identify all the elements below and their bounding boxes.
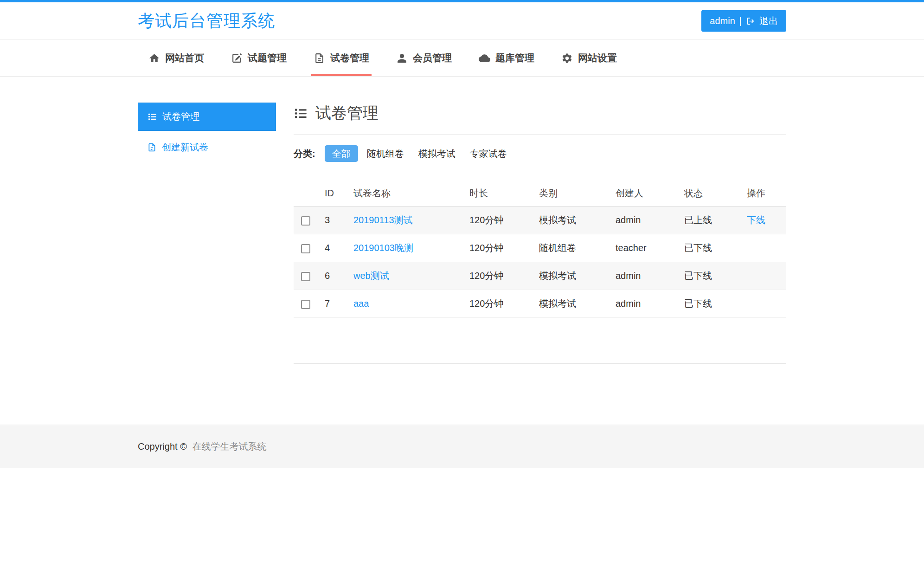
paper-name-link[interactable]: 20190103晚测 (353, 243, 413, 253)
col-header: 时长 (464, 181, 533, 207)
content: 试卷管理 分类: 全部随机组卷模拟考试专家试卷 ID试卷名称时长类别创建人状态操… (294, 103, 786, 364)
cell-checkbox (294, 207, 319, 234)
main-area: 试卷管理创建新试卷 试卷管理 分类: 全部随机组卷模拟考试专家试卷 ID试卷名称… (138, 77, 786, 425)
list-icon (294, 106, 308, 121)
cell-status: 已下线 (679, 234, 741, 262)
cell-action (741, 262, 786, 290)
filter-row: 分类: 全部随机组卷模拟考试专家试卷 (294, 148, 786, 160)
header: 考试后台管理系统 admin | 退出 (0, 2, 924, 39)
col-header: 类别 (533, 181, 610, 207)
sidebar-item-create-paper[interactable]: 创建新试卷 (138, 134, 276, 161)
nav-items: 网站首页试题管理试卷管理会员管理题库管理网站设置 (138, 40, 786, 76)
offline-action-link[interactable]: 下线 (747, 215, 765, 225)
separator: | (739, 16, 742, 26)
cell-id: 3 (319, 207, 348, 234)
sidebar: 试卷管理创建新试卷 (138, 103, 276, 161)
nav-item-site-settings[interactable]: 网站设置 (559, 40, 619, 76)
paper-name-link[interactable]: aaa (353, 298, 369, 309)
nav-item-papers[interactable]: 试卷管理 (311, 40, 372, 76)
page-title: 试卷管理 (294, 103, 786, 124)
sidebar-item-label: 创建新试卷 (162, 141, 208, 154)
cloud-icon (479, 52, 490, 64)
site-name: 在线学生考试系统 (192, 441, 266, 452)
table-body: 320190113测试120分钟模拟考试admin已上线下线420190103晚… (294, 207, 786, 318)
filter-options: 全部随机组卷模拟考试专家试卷 (325, 148, 516, 160)
username: admin (710, 16, 735, 26)
nav-item-questions[interactable]: 试题管理 (229, 40, 289, 76)
col-header: 试卷名称 (348, 181, 464, 207)
cell-category: 模拟考试 (533, 290, 610, 318)
nav-item-members[interactable]: 会员管理 (394, 40, 454, 76)
cell-duration: 120分钟 (464, 207, 533, 234)
page: 考试后台管理系统 admin | 退出 网站首页试题管理试卷管理会员管理题库管理… (0, 0, 924, 581)
row-checkbox[interactable] (301, 216, 310, 226)
nav-item-label: 题库管理 (495, 52, 534, 65)
divider (294, 134, 786, 135)
gear-icon (561, 52, 573, 64)
filter-option-expert[interactable]: 专家试卷 (464, 145, 513, 162)
filter-option-random[interactable]: 随机组卷 (361, 145, 410, 162)
sidebar-item-papers[interactable]: 试卷管理 (138, 103, 276, 131)
col-header: 状态 (679, 181, 741, 207)
cell-checkbox (294, 234, 319, 262)
home-icon (148, 52, 160, 64)
table-row: 6web测试120分钟模拟考试admin已下线 (294, 262, 786, 290)
cell-action (741, 290, 786, 318)
site-title: 考试后台管理系统 (138, 10, 275, 32)
cell-duration: 120分钟 (464, 234, 533, 262)
new-doc-icon (147, 142, 157, 152)
list-icon (148, 112, 157, 122)
paper-name-link[interactable]: 20190113测试 (353, 215, 413, 225)
cell-checkbox (294, 290, 319, 318)
col-header-checkbox (294, 181, 319, 207)
nav-item-label: 试题管理 (248, 52, 287, 65)
row-checkbox[interactable] (301, 244, 310, 253)
table-row: 7aaa120分钟模拟考试admin已下线 (294, 290, 786, 318)
table-bottom-border (294, 363, 786, 364)
cell-duration: 120分钟 (464, 290, 533, 318)
cell-name: web测试 (348, 262, 464, 290)
cell-action: 下线 (741, 207, 786, 234)
papers-table: ID试卷名称时长类别创建人状态操作 320190113测试120分钟模拟考试ad… (294, 181, 786, 318)
sidebar-item-label: 试卷管理 (162, 110, 199, 123)
filter-option-all[interactable]: 全部 (325, 145, 358, 162)
col-header: ID (319, 181, 348, 207)
cell-duration: 120分钟 (464, 262, 533, 290)
filter-option-mock[interactable]: 模拟考试 (413, 145, 461, 162)
table-head: ID试卷名称时长类别创建人状态操作 (294, 181, 786, 207)
cell-id: 6 (319, 262, 348, 290)
cell-category: 模拟考试 (533, 207, 610, 234)
nav-item-question-bank[interactable]: 题库管理 (476, 40, 537, 76)
row-checkbox[interactable] (301, 300, 310, 309)
cell-status: 已下线 (679, 262, 741, 290)
cell-name: 20190103晚测 (348, 234, 464, 262)
table-row: 420190103晚测120分钟随机组卷teacher已下线 (294, 234, 786, 262)
table-row: 320190113测试120分钟模拟考试admin已上线下线 (294, 207, 786, 234)
col-header: 创建人 (610, 181, 679, 207)
paper-name-link[interactable]: web测试 (353, 271, 389, 281)
nav-item-label: 试卷管理 (330, 52, 369, 65)
nav-item-label: 网站首页 (165, 52, 204, 65)
nav-item-label: 会员管理 (413, 52, 452, 65)
col-header: 操作 (741, 181, 786, 207)
cell-name: 20190113测试 (348, 207, 464, 234)
cell-status: 已下线 (679, 290, 741, 318)
footer: Copyright © 在线学生考试系统 (0, 425, 924, 468)
cell-action (741, 234, 786, 262)
cell-category: 模拟考试 (533, 262, 610, 290)
cell-status: 已上线 (679, 207, 741, 234)
main-nav: 网站首页试题管理试卷管理会员管理题库管理网站设置 (0, 39, 924, 77)
user-icon (396, 52, 408, 64)
copyright-text: Copyright © (138, 441, 187, 452)
logout-button[interactable]: admin | 退出 (701, 10, 786, 32)
cell-creator: teacher (610, 234, 679, 262)
filter-label: 分类: (294, 148, 315, 160)
cell-name: aaa (348, 290, 464, 318)
cell-creator: admin (610, 262, 679, 290)
nav-item-label: 网站设置 (578, 52, 617, 65)
cell-checkbox (294, 262, 319, 290)
file-icon (314, 52, 325, 64)
nav-item-home[interactable]: 网站首页 (146, 40, 206, 76)
page-title-text: 试卷管理 (315, 103, 379, 124)
row-checkbox[interactable] (301, 272, 310, 281)
